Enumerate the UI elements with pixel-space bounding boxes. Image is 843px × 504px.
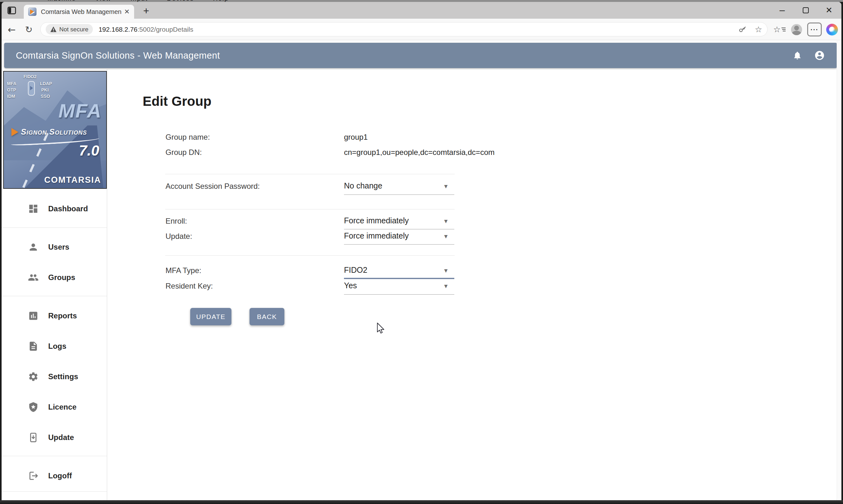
- chevron-down-icon[interactable]: ▼: [444, 234, 447, 239]
- comtarsia-favicon: [28, 7, 36, 16]
- tab-close-icon[interactable]: ✕: [124, 8, 130, 16]
- group-name-label: Group name:: [165, 133, 210, 142]
- update-label: Update:: [165, 232, 192, 241]
- gear-icon: [28, 371, 39, 382]
- mfa-type-select[interactable]: FIDO2: [344, 266, 367, 275]
- sidebar-item-settings[interactable]: Settings: [2, 361, 107, 392]
- tab-title: Comtarsia Web Management: [41, 8, 121, 16]
- logo-arrow-icon: [12, 128, 18, 136]
- security-chip[interactable]: Not secure: [46, 24, 93, 35]
- logo-version-text: 7.0: [79, 142, 99, 159]
- people-icon: [28, 272, 39, 283]
- back-button[interactable]: ←: [4, 19, 19, 40]
- window-minimize-button[interactable]: –: [773, 3, 791, 17]
- vm-border-bottom: [0, 500, 843, 504]
- sidebar-item-reports[interactable]: Reports: [2, 301, 107, 331]
- password-key-icon[interactable]: [738, 25, 747, 34]
- resident-key-label: Resident Key:: [165, 282, 213, 290]
- notifications-bell-icon[interactable]: [793, 51, 802, 60]
- sidebar-item-licence[interactable]: Licence: [2, 392, 107, 422]
- mfa-type-label: MFA Type:: [165, 266, 201, 275]
- select-underline: [344, 229, 454, 229]
- group-name-value: group1: [344, 133, 368, 142]
- sidebar-divider: [2, 456, 107, 456]
- select-underline-active: [344, 278, 454, 279]
- app-header: Comtarsia SignOn Solutions - Web Managem…: [4, 43, 837, 68]
- url-host: 192.168.2.76: [99, 26, 138, 33]
- new-tab-button[interactable]: +: [140, 4, 153, 17]
- sidebar-item-logoff[interactable]: Logoff: [2, 461, 107, 491]
- sidebar-divider: [2, 228, 107, 228]
- logo-brand-text: Signon Solutions: [21, 127, 87, 137]
- logo-protocol-diagram: FIDO2 MFA OTP IDM LDAP PKI SSO: [7, 74, 54, 103]
- page-title: Edit Group: [143, 94, 211, 109]
- chevron-down-icon[interactable]: ▼: [444, 284, 447, 289]
- sidebar-item-groups[interactable]: Groups: [2, 262, 107, 293]
- sidebar-divider-vertical: [107, 68, 107, 500]
- form-divider: [165, 209, 455, 210]
- chevron-down-icon[interactable]: ▼: [444, 184, 447, 189]
- enroll-select[interactable]: Force immediately: [344, 216, 409, 225]
- group-dn-label: Group DN:: [165, 148, 202, 157]
- account-circle-icon[interactable]: [814, 50, 825, 61]
- sidebar-item-dashboard[interactable]: Dashboard: [2, 194, 107, 224]
- logo-mfa-text: MFA: [58, 100, 102, 122]
- window-maximize-button[interactable]: [797, 3, 814, 17]
- address-bar[interactable]: Not secure 192.168.2.76:5002/groupDetail…: [40, 22, 768, 36]
- window-close-button[interactable]: ✕: [820, 3, 838, 17]
- browser-profile-avatar[interactable]: [791, 24, 802, 35]
- browser-window: Comtarsia Web Management ✕ + – ✕ ← ↻ Not…: [2, 2, 841, 500]
- sidebar-divider: [2, 296, 107, 296]
- back-button-form[interactable]: BACK: [249, 308, 284, 325]
- shield-star-icon: [28, 402, 39, 412]
- update-button[interactable]: UPDATE: [190, 308, 231, 325]
- logo-company-text: COMTARSIA: [45, 175, 102, 185]
- browser-toolbar: ← ↻ Not secure 192.168.2.76:5002/groupDe…: [2, 19, 841, 40]
- person-icon: [28, 242, 39, 252]
- vm-border-right: [841, 2, 843, 500]
- url-text: 192.168.2.76:5002/groupDetails: [99, 26, 193, 33]
- sidebar-item-update[interactable]: Update: [2, 422, 107, 453]
- scrollbar-track[interactable]: [837, 40, 841, 500]
- chevron-down-icon[interactable]: ▼: [444, 219, 447, 224]
- document-icon: [28, 341, 39, 352]
- form-divider: [165, 255, 455, 256]
- favorites-bar-icon[interactable]: ☆: [773, 19, 786, 40]
- logout-icon: [28, 470, 39, 481]
- resident-key-select[interactable]: Yes: [344, 281, 357, 290]
- browser-tab[interactable]: Comtarsia Web Management ✕: [24, 5, 134, 19]
- tab-actions-icon[interactable]: [7, 5, 17, 16]
- sidebar-logo: FIDO2 MFA OTP IDM LDAP PKI SSO MFA Signo…: [3, 71, 107, 189]
- account-session-password-label: Account Session Password:: [165, 182, 260, 191]
- update-select[interactable]: Force immediately: [344, 231, 409, 240]
- copilot-icon[interactable]: [826, 24, 838, 35]
- select-underline: [344, 195, 454, 195]
- refresh-button[interactable]: ↻: [21, 19, 36, 40]
- screenshot-root: Machine View Input Devices Help Comtarsi…: [0, 0, 843, 504]
- account-session-password-select[interactable]: No change: [344, 181, 382, 191]
- chevron-down-icon[interactable]: ▼: [444, 268, 447, 273]
- dashboard-icon: [28, 203, 39, 214]
- select-underline: [344, 244, 454, 245]
- browser-settings-more-icon[interactable]: ⋯: [807, 22, 822, 36]
- enroll-label: Enroll:: [165, 217, 187, 226]
- form-divider: [165, 174, 455, 174]
- sidebar-divider: [2, 491, 107, 492]
- warning-triangle-icon: [50, 26, 57, 32]
- sidebar-item-users[interactable]: Users: [2, 232, 107, 262]
- url-path: :5002/groupDetails: [138, 26, 193, 33]
- bar-chart-icon: [28, 310, 39, 321]
- page-viewport: Comtarsia SignOn Solutions - Web Managem…: [2, 40, 841, 500]
- system-update-icon: [28, 432, 39, 443]
- security-chip-label: Not secure: [59, 26, 88, 33]
- sidebar-item-logs[interactable]: Logs: [2, 331, 107, 361]
- tab-strip: Comtarsia Web Management ✕ + – ✕: [2, 2, 841, 19]
- app-title: Comtarsia SignOn Solutions - Web Managem…: [16, 50, 220, 61]
- group-dn-value: cn=group1,ou=people,dc=comtarsia,dc=com: [344, 148, 495, 157]
- bookmark-star-icon[interactable]: ☆: [755, 25, 762, 34]
